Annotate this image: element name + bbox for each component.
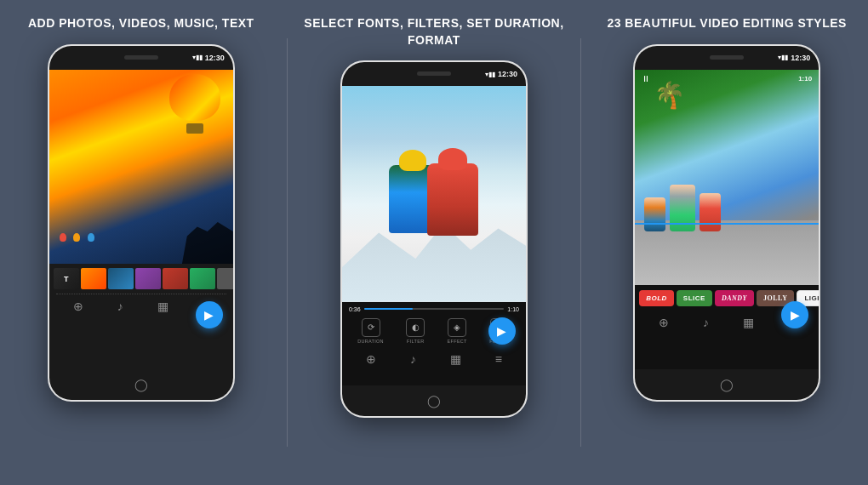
text-thumbnail: T [54,268,79,289]
thumb-2 [108,268,134,289]
time-2: 12:30 [498,70,517,78]
signal-icons-3: ▾▮▮ [778,54,788,61]
thumbnail-row: T [49,264,233,292]
progress-area: 0:36 1:10 [342,302,526,315]
thumb-6 [217,268,233,289]
settings-icon-2: ≡ [495,352,502,366]
add-icon: ⊕ [73,300,83,313]
skate-scene: 🌴 ⏸ 1:10 [635,70,819,285]
phone-3-speaker [710,55,744,60]
balloon-small-2 [73,233,80,242]
phone-2-bottom: ◯ [342,385,526,416]
nav-video[interactable]: ▦ [157,300,168,313]
phone-3-bottom: ◯ [635,369,819,400]
video-progress-bar [635,223,819,225]
effect-label: EFFECT [448,339,467,344]
style-slice[interactable]: SLICE [677,290,712,306]
small-balloons [58,231,96,247]
duration-btn[interactable]: ⟳ DURATION [357,318,384,344]
phone-2: ▾▮▮ 12:30 0:3 [340,60,528,418]
time-end: 1:10 [507,306,519,312]
duration-icon: ⟳ [362,318,380,337]
panel-3-title: 23 BEAUTIFUL VIDEO EDITING STYLES [607,15,847,32]
video-icon-3: ▦ [743,316,754,329]
divider-2 [580,38,581,447]
video-time: 1:10 [798,75,812,83]
skater-1 [644,197,665,231]
time-3: 12:30 [791,54,810,62]
time-1: 12:30 [205,54,225,62]
status-bar-1: ▾▮▮ 12:30 [192,54,225,62]
panel-3: 23 BEAUTIFUL VIDEO EDITING STYLES ▾▮▮ 12… [591,0,863,485]
panel-1-title: ADD PHOTOS, VIDEOS, MUSIC, TEXT [28,15,254,32]
add-icon-2: ⊕ [366,352,376,366]
pause-icon: ⏸ [642,74,650,83]
panel-2: SELECT FONTS, FILTERS, SET DURATION, FOR… [298,0,570,485]
phone-1-screen: T ⊕ ♪ [49,70,233,369]
divider-1 [287,38,288,447]
figure-right [427,163,478,236]
fab-3[interactable]: ▶ [781,301,808,328]
separator-dots [56,294,226,294]
phone-2-statusbar: ▾▮▮ 12:30 [342,62,526,86]
skater-body-3 [700,193,721,231]
thumb-5 [190,268,215,289]
nav-music[interactable]: ♪ [117,300,123,313]
progress-track [364,308,505,310]
music-icon-2: ♪ [410,352,416,366]
phone-3-statusbar: ▾▮▮ 12:30 [635,46,819,70]
palm-tree: 🌴 [654,80,685,110]
effect-icon: ◈ [448,318,466,337]
phone-2-speaker [417,71,451,76]
balloon-basket [186,123,203,134]
person-silhouette [182,217,233,264]
music-icon-3: ♪ [703,316,709,329]
music-icon: ♪ [117,300,123,313]
filter-label: FILTER [407,339,424,344]
phone-3: ▾▮▮ 12:30 🌴 [633,44,820,402]
helmet-right [438,148,467,170]
helmet-left [399,150,426,171]
nav-add[interactable]: ⊕ [73,300,83,313]
style-dandy[interactable]: Dandy [715,290,754,306]
phone-1-bottom: ◯ [49,369,233,400]
home-icon-3: ◯ [720,378,734,391]
panel-1: ADD PHOTOS, VIDEOS, MUSIC, TEXT ▾▮▮ 12:3… [5,0,277,485]
signal-icons-2: ▾▮▮ [485,71,495,78]
fab-2[interactable]: ▶ [488,317,516,345]
fab-2-icon: ▶ [497,324,506,338]
balloon-scene [49,70,233,265]
duration-label: DURATION [357,339,384,344]
balloon-small-3 [88,233,94,242]
style-bold[interactable]: BOLD [639,290,674,306]
phone-1-statusbar: ▾▮▮ 12:30 [49,46,233,70]
thumb-4 [163,268,188,289]
phone-3-screen: 🌴 ⏸ 1:10 [635,70,819,369]
main-balloon [169,74,220,138]
video-icon: ▦ [157,300,168,313]
status-bar-3: ▾▮▮ 12:30 [778,54,810,62]
selfie-group [361,129,508,270]
balloon-shape [169,74,220,121]
fab-1[interactable]: ▶ [196,301,223,328]
effect-btn[interactable]: ◈ EFFECT [448,318,467,344]
video-icon-2: ▦ [450,352,461,366]
fab-3-icon: ▶ [791,308,800,322]
filter-btn[interactable]: ◐ FILTER [406,318,425,344]
panel-2-title: SELECT FONTS, FILTERS, SET DURATION, FOR… [298,15,570,48]
thumb-3 [135,268,161,289]
phone-1: ▾▮▮ 12:30 [48,44,235,402]
phone-1-speaker [124,55,158,60]
add-icon-3: ⊕ [659,316,669,329]
progress-fill [364,308,414,310]
fab-1-icon: ▶ [204,308,214,322]
balloon-small-1 [60,233,66,242]
thumb-1 [81,268,106,289]
time-start: 0:36 [349,306,361,312]
skater-3 [700,193,721,231]
home-icon-2: ◯ [427,394,441,408]
skater-body-1 [644,197,665,231]
signal-icons-1: ▾▮▮ [192,54,203,61]
phone-2-screen: 0:36 1:10 ⟳ DURATION ◐ FILTER [342,86,526,385]
toolbar-nav-2: ⊕ ♪ ▦ ≡ [342,349,526,369]
